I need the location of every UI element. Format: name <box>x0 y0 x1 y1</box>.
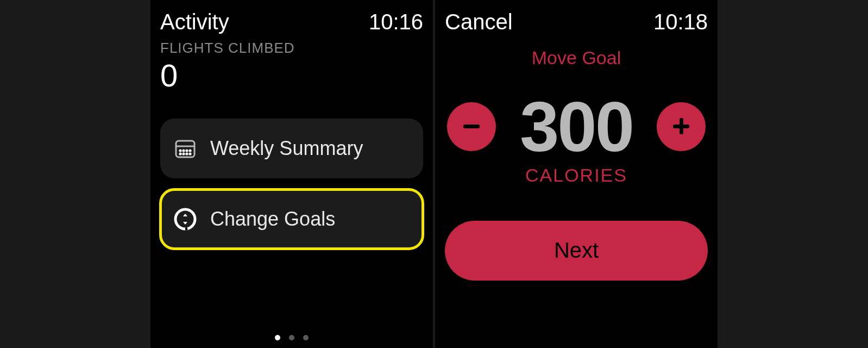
change-goals-button[interactable]: Change Goals <box>160 189 423 249</box>
page-dot-1 <box>275 335 280 340</box>
svg-point-8 <box>186 153 187 154</box>
cancel-button[interactable]: Cancel <box>445 10 513 34</box>
page-dot-2 <box>289 335 294 340</box>
change-goals-label: Change Goals <box>210 208 335 231</box>
svg-point-3 <box>183 150 184 151</box>
decrement-button[interactable] <box>447 102 496 151</box>
svg-point-2 <box>179 150 181 151</box>
goal-value: 300 <box>520 97 633 157</box>
svg-point-10 <box>175 209 195 229</box>
header: Activity 10:16 <box>160 10 423 34</box>
header: Cancel 10:18 <box>445 10 708 34</box>
options-list: Weekly Summary Change Goals <box>160 119 423 249</box>
flights-climbed-value: 0 <box>160 60 423 91</box>
page-dot-3 <box>303 335 309 340</box>
calendar-icon <box>173 136 197 160</box>
svg-rect-12 <box>463 125 480 128</box>
svg-point-6 <box>179 153 181 154</box>
screen-title: Activity <box>160 10 229 34</box>
svg-point-4 <box>186 150 187 151</box>
clock-time: 10:16 <box>369 10 423 34</box>
plus-icon <box>669 114 694 140</box>
next-button[interactable]: Next <box>445 221 708 281</box>
increment-button[interactable] <box>657 102 706 151</box>
goal-title: Move Goal <box>445 47 708 69</box>
flights-climbed-label: FLIGHTS CLIMBED <box>160 40 423 57</box>
clock-time: 10:18 <box>653 10 708 34</box>
move-goal-screen: Cancel 10:18 Move Goal 300 CALORIES <box>435 0 718 348</box>
minus-icon <box>459 114 484 140</box>
svg-point-9 <box>189 153 191 154</box>
svg-rect-0 <box>176 141 194 157</box>
svg-point-7 <box>183 153 184 154</box>
svg-point-5 <box>189 150 191 151</box>
page-indicator <box>275 335 309 340</box>
activity-screen: Activity 10:16 FLIGHTS CLIMBED 0 <box>150 0 433 348</box>
goal-unit: CALORIES <box>445 165 708 186</box>
weekly-summary-button[interactable]: Weekly Summary <box>160 119 423 178</box>
change-goals-icon <box>173 207 197 231</box>
svg-rect-14 <box>680 118 683 134</box>
goal-stepper: 300 <box>445 97 708 157</box>
weekly-summary-label: Weekly Summary <box>210 137 363 160</box>
